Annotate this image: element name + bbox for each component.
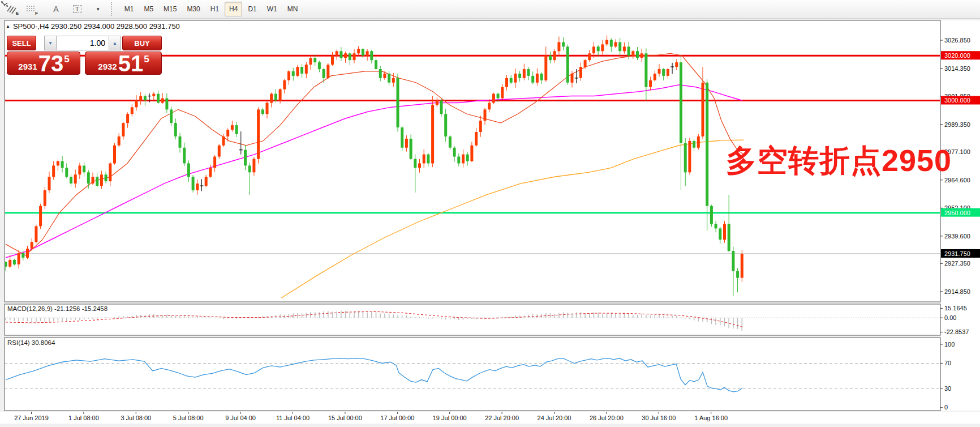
collapse-triangle-icon[interactable]: ▲ <box>6 24 10 29</box>
sell-price-small: 2931 <box>18 62 37 71</box>
sell-button[interactable]: SELL <box>7 36 36 50</box>
svg-text:0: 0 <box>944 404 948 411</box>
svg-text:-22.8537: -22.8537 <box>944 328 969 335</box>
svg-text:27 Jun 2019: 27 Jun 2019 <box>14 415 49 421</box>
svg-text:2989.350: 2989.350 <box>944 121 970 128</box>
svg-text:3 Jul 08:00: 3 Jul 08:00 <box>121 415 151 421</box>
svg-text:22 Jul 20:00: 22 Jul 20:00 <box>485 415 519 421</box>
one-click-trade-panel: ▲ SP500-,H4 2930.250 2934.000 2928.500 2… <box>6 22 163 31</box>
svg-text:11 Jul 04:00: 11 Jul 04:00 <box>276 415 310 421</box>
symbol-ohlc-text: SP500-,H4 2930.250 2934.000 2928.500 293… <box>13 22 180 31</box>
svg-text:1 Aug 16:00: 1 Aug 16:00 <box>694 415 728 421</box>
buy-price-small: 2932 <box>98 62 117 71</box>
macd-label: MACD(12,26,9) -21.1256 -15.2458 <box>7 305 108 312</box>
buy-price-big: 51 <box>118 54 144 73</box>
svg-text:24 Jul 20:00: 24 Jul 20:00 <box>538 415 571 421</box>
buy-button[interactable]: BUY <box>122 36 162 50</box>
order-row: SELL ▼ ▲ BUY <box>7 36 162 50</box>
svg-text:3026.850: 3026.850 <box>944 37 970 44</box>
svg-text:2931.750: 2931.750 <box>944 250 970 257</box>
svg-text:2939.600: 2939.600 <box>944 233 970 240</box>
svg-text:1 Jul 08:00: 1 Jul 08:00 <box>68 415 99 421</box>
buy-price-pane[interactable]: 2932 51 5 <box>85 52 162 75</box>
svg-text:15.1645: 15.1645 <box>944 305 967 311</box>
volume-up-button[interactable]: ▲ <box>109 36 121 50</box>
chart-annotation-text: 多空转折点2950 <box>726 140 952 182</box>
svg-text:30 Jul 16:00: 30 Jul 16:00 <box>642 415 676 421</box>
price-panes: 2931 73 5 2932 51 5 <box>7 52 162 75</box>
svg-text:2950.000: 2950.000 <box>944 210 970 216</box>
sell-price-big: 73 <box>38 54 64 73</box>
svg-text:2927.350: 2927.350 <box>944 260 970 267</box>
svg-text:3000.000: 3000.000 <box>944 97 970 104</box>
symbol-header[interactable]: ▲ SP500-,H4 2930.250 2934.000 2928.500 2… <box>6 22 163 31</box>
buy-price-sup: 5 <box>144 54 149 65</box>
rsi-label: RSI(14) 30.8064 <box>7 339 55 346</box>
svg-text:9 Jul 04:00: 9 Jul 04:00 <box>225 415 256 421</box>
svg-text:30: 30 <box>944 385 951 392</box>
svg-text:3014.350: 3014.350 <box>944 65 970 72</box>
svg-text:70: 70 <box>944 360 951 366</box>
svg-text:17 Jul 00:00: 17 Jul 00:00 <box>380 415 414 421</box>
svg-text:2914.850: 2914.850 <box>944 288 970 295</box>
svg-text:100: 100 <box>944 341 955 348</box>
svg-text:19 Jul 00:00: 19 Jul 00:00 <box>433 415 467 421</box>
svg-text:26 Jul 20:00: 26 Jul 20:00 <box>590 415 624 421</box>
volume-input[interactable] <box>57 36 109 50</box>
svg-text:5 Jul 08:00: 5 Jul 08:00 <box>173 415 204 421</box>
sell-price-sup: 5 <box>64 54 69 65</box>
svg-text:0.00: 0.00 <box>944 314 956 321</box>
svg-text:3020.000: 3020.000 <box>944 52 970 59</box>
sell-price-pane[interactable]: 2931 73 5 <box>7 52 80 75</box>
svg-text:15 Jul 00:00: 15 Jul 00:00 <box>328 415 362 421</box>
volume-down-button[interactable]: ▼ <box>44 36 57 50</box>
